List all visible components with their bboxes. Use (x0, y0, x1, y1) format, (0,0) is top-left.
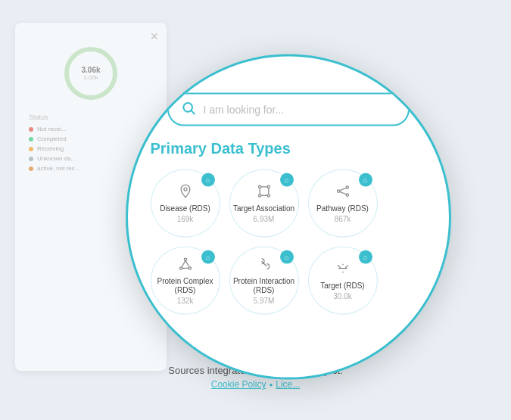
svg-point-11 (337, 189, 339, 191)
close-icon: ✕ (150, 30, 159, 42)
home-badge-disease: ⌂ (201, 173, 215, 186)
svg-point-6 (267, 194, 270, 196)
bg-status-row-3: Receiving (29, 145, 153, 152)
target-assoc-icon (257, 183, 272, 202)
data-type-name-pathway: Pathway (RDS) (316, 204, 369, 213)
home-badge-target-assoc: ⌂ (280, 173, 294, 186)
svg-point-13 (346, 193, 348, 195)
status-dot-3 (29, 147, 33, 151)
footer-dot: ● (269, 381, 273, 388)
data-type-count-protein-interaction: 5.97M (254, 296, 275, 304)
disease-icon (178, 183, 193, 202)
bg-chart-value: 3.06k (81, 66, 100, 74)
home-badge-protein-interaction: ⌂ (280, 250, 294, 263)
bg-chart: 3.06k 3.06k (64, 47, 117, 100)
data-type-card-target[interactable]: ⌂ Target (RDS) 30.0k (308, 246, 378, 314)
svg-point-16 (184, 258, 186, 260)
home-badge-protein-complex: ⌂ (201, 250, 215, 263)
data-type-name-target: Target (RDS) (320, 281, 364, 290)
svg-point-4 (267, 185, 270, 188)
protein-interaction-icon (257, 256, 272, 275)
svg-line-1 (191, 110, 195, 114)
svg-line-19 (182, 260, 185, 266)
footer-links: Cookie Policy ● Lice... (0, 379, 511, 390)
svg-point-2 (183, 188, 186, 191)
svg-line-14 (339, 188, 345, 190)
svg-point-0 (183, 102, 192, 111)
search-input-placeholder: I am looking for... (204, 103, 285, 115)
data-types-grid: ⌂ Disease (RDS) 169k ⌂ (151, 169, 426, 314)
data-type-count-target: 30.0k (333, 291, 351, 300)
data-type-count-disease: 169k (177, 214, 194, 222)
svg-point-5 (258, 194, 260, 196)
status-dot-1 (29, 127, 33, 132)
search-bar[interactable]: I am looking for... (167, 92, 410, 126)
section-title: Primary Data Types (151, 139, 426, 157)
bg-status-row-2: Completed (29, 135, 153, 142)
bg-chart-sub: 3.06k (83, 74, 98, 81)
svg-line-20 (185, 260, 189, 266)
data-type-card-disease[interactable]: ⌂ Disease (RDS) 169k (151, 169, 220, 237)
data-type-card-protein-interaction[interactable]: ⌂ Protein Interaction (RDS) 5.97M (229, 246, 299, 314)
svg-point-17 (179, 266, 182, 269)
bg-status-row-1: Not recei... (29, 126, 153, 132)
license-link[interactable]: Lice... (276, 379, 300, 390)
home-badge-pathway: ⌂ (359, 173, 372, 186)
modal-overlay: I am looking for... Primary Data Types ⌂… (126, 54, 451, 379)
svg-point-3 (258, 185, 260, 188)
status-dot-2 (29, 137, 33, 142)
data-type-name-disease: Disease (RDS) (160, 204, 210, 213)
search-icon (181, 100, 196, 118)
protein-complex-icon (178, 256, 193, 275)
pathway-icon (335, 183, 351, 202)
data-type-card-protein-complex[interactable]: ⌂ Protein Complex (RDS) 132k (151, 246, 220, 314)
data-type-count-protein-complex: 132k (177, 296, 194, 304)
data-type-name-target-assoc: Target Association (233, 204, 294, 213)
svg-line-15 (339, 191, 345, 194)
target-icon (335, 260, 351, 279)
data-type-name-protein-complex: Protein Complex (RDS) (154, 276, 217, 294)
data-type-name-protein-interaction: Protein Interaction (RDS) (233, 276, 295, 294)
home-badge-target: ⌂ (359, 250, 372, 263)
cookie-policy-link[interactable]: Cookie Policy (211, 379, 266, 390)
data-type-count-target-assoc: 6.93M (254, 214, 275, 222)
data-type-card-pathway[interactable]: ⌂ Pathway (RDS) 867k (308, 169, 378, 237)
data-type-card-target-assoc[interactable]: ⌂ Target Association 6.93M (229, 169, 299, 237)
svg-point-12 (346, 185, 348, 188)
status-dot-4 (29, 157, 33, 161)
data-type-count-pathway: 867k (335, 214, 351, 222)
svg-point-18 (189, 266, 191, 269)
bg-status-title: Status (29, 114, 153, 121)
status-dot-5 (29, 166, 33, 171)
